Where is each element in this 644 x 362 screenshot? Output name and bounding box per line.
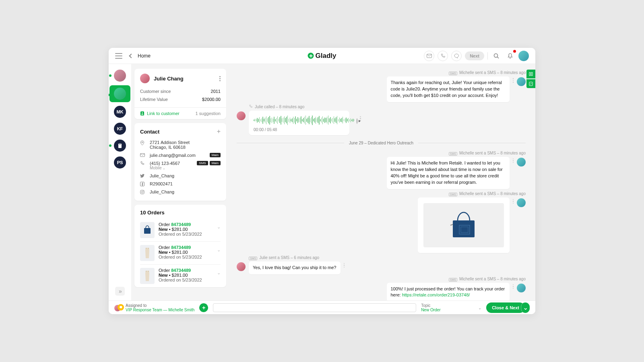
- email-icon: [140, 153, 146, 157]
- notifications-icon[interactable]: [505, 51, 515, 61]
- message-actions-icon[interactable]: [513, 197, 514, 204]
- chevron-down-icon: ⌄: [478, 306, 481, 310]
- rail-item-selected[interactable]: [109, 86, 130, 101]
- assigned-to[interactable]: Assigned to VIP Response Team — Michelle…: [114, 303, 194, 312]
- order-link[interactable]: https://retale.com/order219-03748/: [402, 292, 470, 297]
- breadcrumb-home[interactable]: Home: [138, 53, 151, 59]
- avatar: [114, 88, 126, 100]
- message-row: 100%! I just processed the order! You ca…: [237, 283, 526, 301]
- phone-icon: [249, 105, 253, 109]
- customer-name: Julie Chang: [154, 76, 184, 82]
- customer-rail: MK KF PS »: [109, 64, 131, 300]
- chevron-down-icon: ⌄: [217, 247, 221, 253]
- orders-title: 10 Orders: [140, 210, 221, 216]
- message-row: [237, 197, 526, 253]
- rail-item[interactable]: PS: [114, 156, 126, 169]
- topic-select[interactable]: Topic New Order ⌄: [421, 303, 481, 312]
- svg-point-10: [141, 191, 143, 193]
- svg-point-6: [142, 142, 143, 143]
- sms-icon: SMS: [449, 193, 457, 196]
- play-icon[interactable]: [357, 118, 357, 124]
- orders-card: 10 Orders Order 84734489 New • $281.00 O…: [134, 205, 226, 287]
- app-window: Home Gladly Next: [109, 48, 535, 314]
- more-icon[interactable]: [219, 76, 221, 81]
- main-area: MK KF PS » Julie Chang: [109, 64, 535, 300]
- menu-icon[interactable]: [115, 53, 122, 59]
- svg-rect-12: [144, 228, 151, 234]
- rail-item[interactable]: MK: [114, 106, 126, 118]
- brand-logo: Gladly: [308, 52, 336, 60]
- order-item[interactable]: Order 84734489 New • $281.00 Ordered on …: [140, 241, 221, 264]
- message-actions-icon[interactable]: [513, 283, 514, 289]
- knowledge-tab-icon[interactable]: [526, 70, 535, 78]
- add-contact-icon[interactable]: +: [217, 128, 221, 135]
- next-button[interactable]: Next: [465, 51, 484, 60]
- phone-icon[interactable]: [438, 51, 448, 61]
- chat-icon[interactable]: [451, 51, 462, 61]
- avatar: PS: [114, 156, 126, 169]
- mail-icon[interactable]: [424, 51, 434, 61]
- svg-rect-9: [140, 190, 144, 194]
- compose-add-button[interactable]: +: [199, 303, 208, 312]
- message-actions-icon[interactable]: [344, 261, 345, 268]
- date-divider: June 29 – Dedicated Hero Outreach: [237, 141, 526, 145]
- svg-rect-14: [453, 220, 475, 237]
- tasks-tab-icon[interactable]: [526, 79, 535, 88]
- link-to-customer[interactable]: Link to customer: [140, 111, 180, 116]
- order-thumb: [140, 268, 155, 284]
- svg-rect-4: [140, 111, 144, 115]
- product-image: [423, 203, 504, 247]
- agent-avatar: [517, 158, 526, 167]
- contact-card: Contact + 2721 Addison StreetChicago, IL…: [134, 123, 226, 201]
- waveform: [254, 115, 354, 126]
- customer-details: Julie Chang Customer since2011 Lifetime …: [131, 64, 229, 300]
- order-item[interactable]: Order 84734489 New • $281.00 Ordered on …: [140, 219, 221, 241]
- message-input[interactable]: [213, 303, 416, 312]
- composer-footer: Assigned to VIP Response Team — Michelle…: [109, 300, 535, 314]
- search-icon[interactable]: [491, 51, 502, 61]
- header-left: Home: [115, 53, 151, 59]
- facebook-icon: [140, 182, 146, 186]
- location-icon: [140, 140, 146, 146]
- sms-icon: SMS: [249, 257, 257, 260]
- status-dot: [109, 144, 111, 147]
- order-item[interactable]: Order 84734489 New • $281.00 Ordered on …: [140, 264, 221, 287]
- phone-icon: [140, 161, 146, 166]
- message-bubble: 100%! I just processed the order! You ca…: [387, 283, 510, 301]
- brand-name: Gladly: [316, 52, 336, 60]
- rail-item[interactable]: [114, 140, 126, 152]
- svg-point-5: [142, 112, 143, 113]
- message-actions-icon[interactable]: [513, 157, 514, 163]
- rail-expand-button[interactable]: »: [115, 287, 125, 296]
- customer-avatar: [237, 111, 246, 120]
- chevron-down-icon: ⌄: [217, 224, 221, 230]
- status-dot: [109, 74, 111, 77]
- current-user-avatar[interactable]: [518, 51, 529, 61]
- avatar: [114, 70, 126, 82]
- suggestion-count: 1 suggestion: [196, 111, 221, 116]
- chevron-down-icon: ⌄: [217, 270, 221, 276]
- rail-item[interactable]: KF: [114, 123, 126, 135]
- customer-summary-card: Julie Chang Customer since2011 Lifetime …: [134, 69, 226, 119]
- message-bubble: Thanks again for reaching out, Julie! Yo…: [387, 76, 510, 102]
- message-actions-icon[interactable]: [513, 76, 514, 83]
- header-right: Next: [424, 51, 529, 61]
- rail-item[interactable]: [114, 70, 126, 82]
- order-thumb: [140, 222, 155, 238]
- sms-icon: SMS: [449, 152, 457, 156]
- avatar: MK: [114, 106, 126, 118]
- message-meta: SMSMichelle sent a SMS – 8 minutes ago: [237, 191, 526, 196]
- avatar: KF: [114, 123, 126, 135]
- clipboard-icon: [114, 140, 126, 152]
- back-icon[interactable]: [129, 53, 133, 58]
- order-thumb: [140, 245, 155, 261]
- message-bubble: Hi Julie! This is Michelle from Retalè. …: [387, 157, 510, 189]
- side-tabs: [526, 70, 535, 88]
- chat-badge-icon: [118, 304, 124, 311]
- close-dropdown-icon[interactable]: ⌄: [521, 302, 530, 313]
- close-next-button[interactable]: Close & Next: [486, 302, 525, 313]
- message-row: Yes, I love this bag! Can you ship it to…: [237, 261, 526, 274]
- contact-title: Contact: [140, 129, 159, 135]
- agent-avatar: [517, 198, 526, 207]
- agent-avatar: [517, 77, 526, 86]
